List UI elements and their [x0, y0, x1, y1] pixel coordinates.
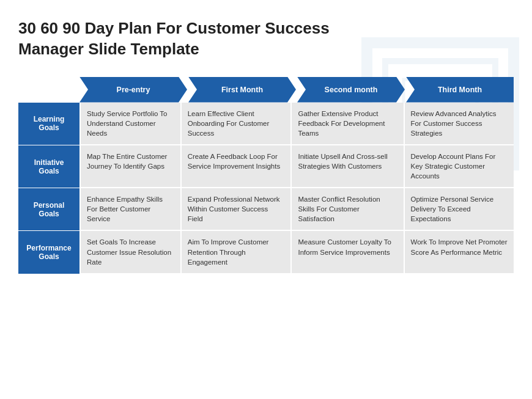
cell-r0-c1: Learn Effective Client Onboarding For Cu… — [180, 103, 291, 145]
cell-r2-c3: Optimize Personal Service Delivery To Ex… — [404, 188, 514, 231]
cell-r1-c0: Map The Entire Customer Journey To Ident… — [79, 145, 180, 188]
cell-r3-c2: Measure Customer Loyalty To Inform Servi… — [290, 231, 403, 274]
header-pre-entry: Pre-entry — [79, 77, 187, 103]
cell-r2-c1: Expand Professional Network Within Custo… — [180, 188, 291, 231]
plan-table: Learning GoalsStudy Service Portfolio To… — [18, 103, 514, 274]
row-header-personal-goals: Personal Goals — [18, 188, 79, 231]
cell-r1-c1: Create A Feedback Loop For Service Impro… — [180, 145, 291, 188]
table-row: Initiative GoalsMap The Entire Customer … — [18, 145, 514, 188]
table-row: Learning GoalsStudy Service Portfolio To… — [18, 103, 514, 145]
page-title: 30 60 90 Day Plan For Customer Success M… — [18, 18, 385, 60]
cell-r3-c3: Work To Improve Net Promoter Score As Pe… — [404, 231, 514, 274]
header-spacer — [18, 77, 79, 103]
row-header-performance-goals: Performance Goals — [18, 231, 79, 274]
cell-r2-c0: Enhance Empathy Skills For Better Custom… — [79, 188, 180, 231]
table-row: Performance GoalsSet Goals To Increase C… — [18, 231, 514, 274]
cell-r0-c2: Gather Extensive Product Feedback For De… — [290, 103, 403, 145]
cell-r3-c0: Set Goals To Increase Customer Issue Res… — [79, 231, 180, 274]
header-second-month: Second month — [297, 77, 405, 103]
column-headers: Pre-entry First Month Second month Third… — [18, 77, 514, 103]
row-header-initiative-goals: Initiative Goals — [18, 145, 79, 188]
cell-r0-c3: Review Advanced Analytics For Customer S… — [404, 103, 514, 145]
cell-r0-c0: Study Service Portfolio To Understand Cu… — [79, 103, 180, 145]
cell-r3-c1: Aim To Improve Customer Retention Throug… — [180, 231, 291, 274]
cell-r1-c3: Develop Account Plans For Key Strategic … — [404, 145, 514, 188]
header-first-month: First Month — [188, 77, 296, 103]
cell-r1-c2: Initiate Upsell And Cross-sell Strategie… — [290, 145, 403, 188]
row-header-learning-goals: Learning Goals — [18, 103, 79, 145]
header-third-month: Third Month — [406, 77, 514, 103]
table-row: Personal GoalsEnhance Empathy Skills For… — [18, 188, 514, 231]
cell-r2-c2: Master Conflict Resolution Skills For Cu… — [290, 188, 403, 231]
